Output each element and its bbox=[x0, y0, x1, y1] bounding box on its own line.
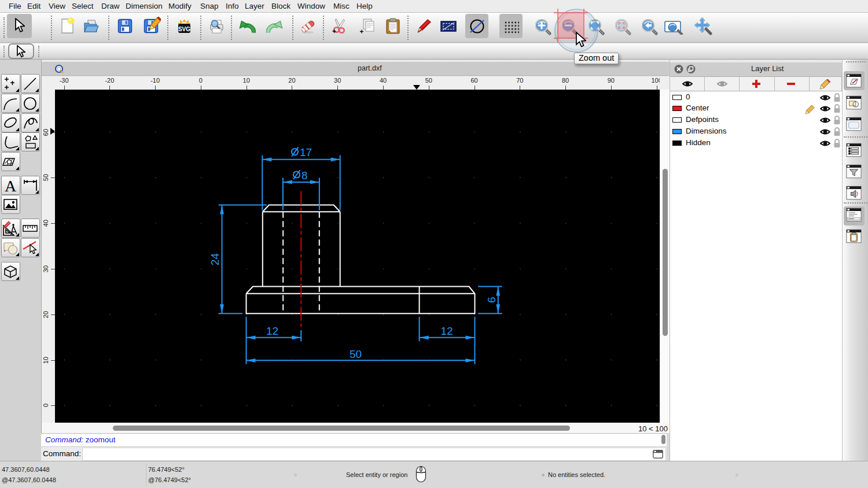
svg-text:12: 12 bbox=[266, 325, 278, 337]
svg-text:8: 8 bbox=[301, 169, 308, 182]
svg-text:12: 12 bbox=[441, 325, 453, 337]
svg-text:50: 50 bbox=[350, 348, 362, 360]
svg-text:17: 17 bbox=[300, 146, 312, 158]
svg-text:6: 6 bbox=[486, 297, 498, 303]
svg-text:A: A bbox=[5, 177, 17, 193]
svg-text:24: 24 bbox=[209, 253, 221, 265]
svg-text:SVG: SVG bbox=[178, 26, 190, 32]
